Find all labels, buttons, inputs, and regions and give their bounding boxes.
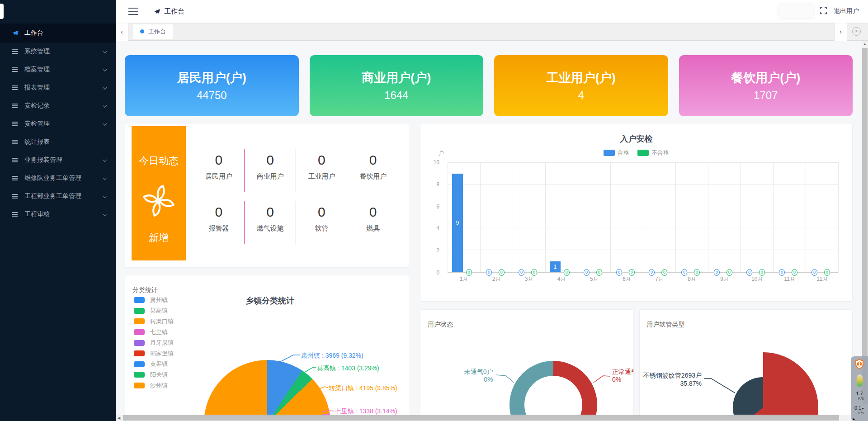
today-stat-value: 0: [245, 152, 296, 168]
legend-item[interactable]: 合格: [604, 149, 629, 157]
hose-type-panel: 用户软管类型 不锈钢波纹管2693户 35.87%: [639, 309, 853, 415]
sidebar-item[interactable]: 安检管理: [0, 115, 116, 133]
today-stat-value: 0: [296, 152, 348, 168]
legend-item[interactable]: 郭家堡镇: [134, 348, 174, 359]
today-orange-block: 今日动态 新增: [132, 126, 186, 260]
speed-monitor-widget[interactable]: 1 1.7 ↑ K/s 0.1▼ ↓ K/s ▶: [851, 356, 868, 421]
battery-capsule-icon[interactable]: [857, 374, 863, 387]
legend-item[interactable]: 莫高镇: [134, 306, 174, 317]
today-stat-cell: 0 居民用户: [193, 145, 245, 197]
legend-item[interactable]: 不合格: [637, 149, 669, 157]
sidebar-item-label: 维修队业务工单管理: [24, 174, 81, 182]
hamburger-menu-icon[interactable]: [128, 8, 138, 15]
today-stat-cell: 0 工业用户: [296, 145, 348, 197]
legend-swatch: [134, 329, 145, 335]
sidebar-item[interactable]: 工作台: [0, 24, 116, 43]
triangle-right-icon: ▶: [853, 417, 855, 421]
legend-item[interactable]: 月牙泉镇: [134, 337, 174, 348]
tab-label: 工作台: [148, 28, 166, 36]
stat-card-value: 1644: [384, 89, 408, 102]
stat-card[interactable]: 居民用户(户) 44750: [125, 55, 299, 116]
today-stat-label: 商业用户: [245, 172, 296, 181]
header: 工作台 退出用户: [116, 0, 868, 23]
legend-label: 莫高镇: [150, 307, 168, 315]
sidebar-item[interactable]: 报表管理: [0, 79, 116, 97]
slice-percent: 0%: [612, 376, 634, 383]
legend-item[interactable]: 黄渠镇: [134, 359, 174, 370]
stat-card[interactable]: 餐饮用户(户) 1707: [679, 55, 853, 116]
donut-label-left: 未通气0户 0%: [464, 368, 493, 383]
today-stat-label: 燃气设施: [245, 224, 296, 233]
scroll-up-icon[interactable]: ▲: [863, 42, 867, 46]
fullscreen-icon[interactable]: [820, 7, 827, 16]
tab-scroll-left-icon[interactable]: ‹: [116, 23, 128, 41]
sidebar-menu: 工作台 系统管理 档案管理 报表管理: [0, 24, 116, 223]
stat-card[interactable]: 商业用户(户) 1644: [310, 55, 484, 116]
chevron-down-icon: [103, 103, 107, 108]
legend-swatch: [134, 372, 145, 378]
today-stat-cell: 0 报警器: [193, 197, 245, 249]
legend-item[interactable]: 转渠口镇: [134, 316, 174, 327]
page-title-text: 工作台: [164, 7, 184, 16]
logout-button[interactable]: 退出用户: [834, 7, 859, 15]
scroll-left-icon[interactable]: ◀: [118, 416, 120, 420]
slice-label: 不锈钢波纹管2693户: [643, 372, 702, 380]
legend-swatch: [134, 340, 145, 346]
menu-bars-icon: [12, 85, 19, 90]
legend-label: 肃州镇: [150, 296, 168, 304]
stat-card-label: 工业用户(户): [547, 70, 616, 86]
sidebar-item[interactable]: 业务报装管理: [0, 151, 116, 169]
tab-close-icon[interactable]: ×: [852, 27, 861, 36]
sidebar-item-label: 档案管理: [24, 66, 50, 74]
chevron-down-icon: [103, 212, 107, 216]
sidebar-item[interactable]: 统计报表: [0, 133, 116, 151]
legend-label: 七里镇: [150, 328, 168, 336]
sidebar-item[interactable]: 安检记录: [0, 97, 116, 115]
stat-card[interactable]: 工业用户(户) 4: [494, 55, 668, 116]
legend-label: 不合格: [651, 149, 669, 157]
legend-label: 合格: [618, 149, 629, 157]
user-status-panel: 用户状态 未通气0户 0% 正常通气0户 0%: [420, 309, 634, 415]
legend-item[interactable]: 阳关镇: [134, 369, 174, 380]
chevron-down-icon: [103, 85, 107, 90]
download-speed: 0.1▼: [854, 406, 864, 411]
active-tab-dot: [140, 29, 144, 33]
chevron-down-icon: [103, 175, 107, 180]
vertical-scroll-thumb[interactable]: [862, 48, 868, 404]
chevron-down-icon: [103, 121, 107, 126]
sidebar-item[interactable]: 维修队业务工单管理: [0, 169, 116, 187]
tab-scroll-right-icon[interactable]: ›: [834, 23, 847, 41]
today-stat-value: 0: [347, 204, 399, 220]
inspection-plot: 900000100000000000000000: [448, 162, 839, 273]
menu-bars-icon: [12, 49, 19, 54]
main-content: 居民用户(户) 44750 商业用户(户) 1644 工业用户(户) 4 餐饮用…: [116, 41, 868, 415]
tab-workbench[interactable]: 工作台: [133, 24, 173, 39]
slice-percent: 35.87%: [643, 380, 702, 388]
shield-badge-icon[interactable]: 1: [855, 359, 864, 369]
horizontal-scrollbar[interactable]: ◀: [116, 415, 868, 421]
today-stat-cell: 0 燃具: [347, 197, 399, 249]
bar-month-cell: 00: [513, 163, 545, 272]
bar-month-cell: 00: [610, 163, 643, 272]
pie-slice-label: 莫高镇 : 1403 (3.29%): [317, 364, 379, 373]
corner-chip: [0, 4, 4, 19]
header-right: 退出用户: [779, 5, 859, 18]
legend-swatch: [604, 150, 615, 156]
today-title: 今日动态: [139, 154, 179, 168]
legend-item[interactable]: 七里镇: [134, 327, 174, 338]
stat-card-value: 4: [578, 89, 584, 102]
sidebar-item[interactable]: 工程部业务工单管理: [0, 187, 116, 205]
username-blurred[interactable]: [779, 5, 813, 18]
horizontal-scroll-thumb[interactable]: [123, 415, 839, 421]
sidebar-item[interactable]: 系统管理: [0, 43, 116, 61]
sidebar-item[interactable]: 工程审核: [0, 205, 116, 223]
sidebar-item[interactable]: 档案管理: [0, 61, 116, 79]
stat-card-value: 1707: [754, 89, 778, 102]
legend-label: 阳关镇: [150, 371, 168, 379]
town-chart-title: 乡镇分类统计: [216, 295, 324, 306]
bar-month-cell: 00: [708, 163, 741, 272]
today-stat-value: 0: [193, 152, 245, 168]
legend-item[interactable]: 肃州镇: [134, 295, 174, 306]
hose-slice-label: 不锈钢波纹管2693户 35.87%: [643, 372, 702, 388]
legend-item[interactable]: 沙州镇: [134, 380, 174, 391]
